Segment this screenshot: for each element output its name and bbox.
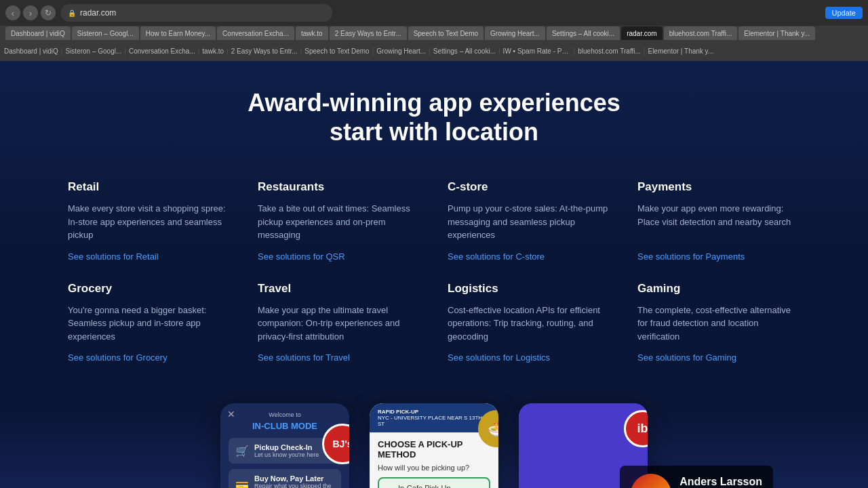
- bookmark-settings[interactable]: Settings – All cooki...: [433, 47, 496, 55]
- solutions-grid: Retail Make every store visit a shopping…: [68, 180, 800, 363]
- checkin-icon: 🛒: [235, 445, 249, 458]
- grocery-link[interactable]: See solutions for Grocery: [68, 352, 231, 363]
- phone-mockup-bjs: ✕ Welcome to IN-CLUB MODE BJ's 🛒 Pickup …: [220, 403, 349, 488]
- retail-title: Retail: [68, 180, 231, 194]
- retail-link[interactable]: See solutions for Retail: [68, 251, 231, 262]
- payment-icon: 💳: [235, 479, 249, 488]
- buynow-item: 💳 Buy Now, Pay Later Repair what you ski…: [229, 469, 341, 488]
- tab-bluehost[interactable]: bluehost.com Traffi...: [664, 26, 738, 40]
- gaming-title: Gaming: [637, 282, 800, 296]
- rapid-pickup-label: RAPID PICK-UP: [378, 409, 490, 415]
- bookmark-speech[interactable]: Speech to Text Demo: [304, 47, 369, 55]
- solution-card-gaming: Gaming The complete, cost-effective alte…: [637, 282, 800, 363]
- forward-button[interactable]: ›: [23, 5, 38, 20]
- bookmark-elementor[interactable]: Elementor | Thank y...: [648, 47, 713, 55]
- tab-speech[interactable]: Speech to Text Demo: [408, 26, 484, 40]
- browser-toolbar: ‹ › ↻ 🔒 radar.com Update: [0, 0, 868, 26]
- update-button[interactable]: Update: [825, 7, 863, 19]
- in-club-mode-text: IN-CLUB MODE: [229, 421, 341, 431]
- mockups-section: ✕ Welcome to IN-CLUB MODE BJ's 🛒 Pickup …: [68, 403, 800, 488]
- payments-title: Payments: [637, 180, 800, 194]
- pickup-question: How will you be picking up?: [370, 464, 498, 477]
- bookmark-dashboard[interactable]: Dashboard | vidiQ: [4, 47, 58, 55]
- page-heading: Award-winning app experiences start with…: [68, 88, 800, 146]
- grocery-description: You're gonna need a bigger basket: Seaml…: [68, 304, 231, 344]
- tab-growing[interactable]: Growing Heart...: [485, 26, 545, 40]
- choose-pickup-heading: CHOOSE A PICK-UP METHOD: [370, 432, 498, 464]
- nav-buttons[interactable]: ‹ › ↻: [5, 5, 56, 20]
- phone-mockup-pickup: 🍜 RAPID PICK-UP NYC - UNIVERSITY PLACE N…: [370, 403, 498, 488]
- buynow-label: Buy Now, Pay Later: [254, 474, 334, 483]
- tab-tawk[interactable]: tawk.to: [296, 26, 328, 40]
- tab-earn-money[interactable]: How to Earn Money...: [140, 26, 216, 40]
- restaurants-description: Take a bite out of wait times: Seamless …: [258, 202, 420, 242]
- travel-title: Travel: [258, 282, 420, 296]
- tab-conversation[interactable]: Conversation Excha...: [217, 26, 294, 40]
- solution-card-cstore: C-store Pump up your c-store sales: At-t…: [448, 180, 610, 262]
- refresh-button[interactable]: ↻: [41, 5, 56, 20]
- url-text: radar.com: [80, 8, 116, 18]
- option-label: In-Cafe Pick-Up: [398, 484, 479, 488]
- pickup-option[interactable]: ✓ In-Cafe Pick-Up Order will be ready in…: [378, 477, 490, 488]
- page-content: Award-winning app experiences start with…: [0, 61, 868, 488]
- bookmarks-bar: Dashboard | vidiQ | Sisteron – Googl... …: [0, 41, 868, 61]
- logistics-description: Cost-effective location APIs for efficie…: [448, 304, 610, 344]
- bookmark-tawk[interactable]: tawk.to: [202, 47, 224, 55]
- overlay-card: ib Anders Larsson Youtube Channel Affcen…: [620, 466, 773, 488]
- location-text: NYC - UNIVERSITY PLACE NEAR S 13TH ST: [378, 415, 490, 427]
- solution-card-logistics: Logistics Cost-effective location APIs f…: [448, 282, 610, 363]
- logistics-link[interactable]: See solutions for Logistics: [448, 352, 610, 363]
- heading-line1: Award-winning app experiences: [248, 89, 620, 117]
- gaming-link[interactable]: See solutions for Gaming: [637, 352, 800, 363]
- solution-card-restaurants: Restaurants Take a bite out of wait time…: [258, 180, 420, 262]
- tab-2-easy[interactable]: 2 Easy Ways to Entr...: [330, 26, 407, 40]
- tab-radar[interactable]: radar.com: [621, 26, 662, 40]
- bookmark-bluehost[interactable]: bluehost.com Traffi...: [578, 47, 641, 55]
- tab-sisteron[interactable]: Sisteron – Googl...: [72, 26, 139, 40]
- logistics-title: Logistics: [448, 282, 610, 296]
- travel-description: Make your app the ultimate travel compan…: [258, 304, 420, 344]
- bookmark-2easy[interactable]: 2 Easy Ways to Entr...: [231, 47, 298, 55]
- bookmark-spam[interactable]: IW • Spam Rate - Postm...: [503, 47, 571, 55]
- retail-description: Make every store visit a shopping spree:…: [68, 202, 231, 242]
- bookmark-growing[interactable]: Growing Heart...: [376, 47, 426, 55]
- browser-tabs-bar: Dashboard | vidiQ Sisteron – Googl... Ho…: [0, 26, 868, 41]
- address-bar[interactable]: 🔒 radar.com: [61, 4, 332, 22]
- back-button[interactable]: ‹: [5, 5, 20, 20]
- gaming-description: The complete, cost-effective alternative…: [637, 304, 800, 344]
- heading-line2: start with location: [330, 118, 538, 146]
- solution-card-payments: Payments Make your app even more rewardi…: [637, 180, 800, 262]
- ibotta-top: ib: [519, 403, 648, 458]
- overlay-avatar: ib: [631, 474, 671, 488]
- overlay-name: Anders Larsson: [679, 476, 762, 488]
- cstore-link[interactable]: See solutions for C-store: [448, 251, 610, 262]
- tab-settings[interactable]: Settings – All cooki...: [547, 26, 620, 40]
- ibotta-badge: ib: [624, 410, 648, 447]
- bookmark-sisteron[interactable]: Sisteron – Googl...: [65, 47, 121, 55]
- cstore-title: C-store: [448, 180, 610, 194]
- payments-description: Make your app even more rewarding: Place…: [637, 202, 800, 242]
- checkin-sub: Let us know you're here: [254, 451, 319, 458]
- bookmark-conversation[interactable]: Conversation Excha...: [129, 47, 195, 55]
- checkin-label: Pickup Check-In: [254, 443, 319, 451]
- payments-link[interactable]: See solutions for Payments: [637, 251, 800, 262]
- welcome-text: Welcome to: [229, 411, 341, 418]
- tab-dashboard[interactable]: Dashboard | vidiQ: [5, 26, 71, 40]
- solution-card-grocery: Grocery You're gonna need a bigger baske…: [68, 282, 231, 363]
- cstore-description: Pump up your c-store sales: At-the-pump …: [448, 202, 610, 242]
- buynow-sub: Repair what you skipped the register: [254, 483, 334, 488]
- tab-elementor[interactable]: Elementor | Thank y...: [738, 26, 815, 40]
- restaurants-link[interactable]: See solutions for QSR: [258, 251, 420, 262]
- grocery-title: Grocery: [68, 282, 231, 296]
- solution-card-travel: Travel Make your app the ultimate travel…: [258, 282, 420, 363]
- travel-link[interactable]: See solutions for Travel: [258, 352, 420, 363]
- lock-icon: 🔒: [68, 9, 76, 17]
- restaurants-title: Restaurants: [258, 180, 420, 194]
- solution-card-retail: Retail Make every store visit a shopping…: [68, 180, 231, 262]
